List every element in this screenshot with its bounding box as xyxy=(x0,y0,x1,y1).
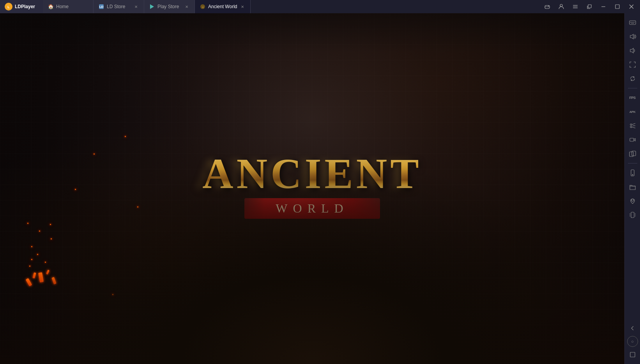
tab-ld-store-close[interactable]: ✕ xyxy=(133,4,139,10)
svg-point-12 xyxy=(560,4,562,7)
svg-rect-13 xyxy=(573,5,578,5)
volume-up-button[interactable] xyxy=(626,30,639,43)
record-button[interactable] xyxy=(626,134,639,146)
tab-play-store-label: Play Store xyxy=(157,4,181,9)
phone-button[interactable] xyxy=(626,167,639,179)
svg-marker-27 xyxy=(630,34,633,39)
world-banner: WORLD xyxy=(244,198,380,218)
tab-home-label: Home xyxy=(56,4,88,9)
minimize-button[interactable] xyxy=(598,1,609,12)
play-store-tab-icon xyxy=(149,4,155,10)
sidebar-divider-1 xyxy=(628,88,637,88)
right-sidebar: FPS APK xyxy=(624,13,640,364)
svg-rect-15 xyxy=(573,8,578,8)
menu-button[interactable] xyxy=(570,1,581,12)
tab-ancient-world-close[interactable]: ✕ xyxy=(239,4,246,10)
svg-point-8 xyxy=(548,6,548,7)
svg-text:L: L xyxy=(7,5,10,9)
tab-ancient-world-label: Ancient World xyxy=(208,4,237,9)
tab-ld-store-label: LD Store xyxy=(107,4,131,9)
svg-text:⚔: ⚔ xyxy=(202,5,204,9)
svg-text:LD: LD xyxy=(99,5,104,9)
game-title-line1: ANCIENT xyxy=(195,152,429,195)
stone-texture xyxy=(0,13,624,364)
svg-rect-14 xyxy=(573,6,578,7)
square-button[interactable] xyxy=(626,348,639,361)
svg-rect-17 xyxy=(601,7,605,7)
scissors-button[interactable] xyxy=(626,120,639,132)
game-background: ANCIENT WORLD xyxy=(0,13,624,364)
game-title-line2: WORLD xyxy=(276,201,348,215)
main-area: ANCIENT WORLD xyxy=(0,13,640,364)
svg-rect-18 xyxy=(615,5,619,9)
shake-button[interactable] xyxy=(626,209,639,221)
svg-point-29 xyxy=(630,124,632,125)
svg-line-31 xyxy=(632,123,635,125)
ember-cluster-left xyxy=(23,208,70,286)
sidebar-divider-2 xyxy=(628,163,637,164)
tab-play-store-close[interactable]: ✕ xyxy=(184,4,190,10)
tab-ancient-world[interactable]: ⚔ Ancient World ✕ xyxy=(195,0,251,13)
svg-marker-28 xyxy=(630,48,633,53)
restore-button[interactable] xyxy=(584,1,595,12)
maximize-button[interactable] xyxy=(612,1,623,12)
ld-store-tab-icon: LD xyxy=(98,4,104,10)
home-tab-icon: 🏠 xyxy=(48,4,54,10)
fog-bottom xyxy=(0,286,624,364)
gamepad-button[interactable] xyxy=(542,1,553,12)
app-name: LDPlayer xyxy=(15,4,35,9)
svg-rect-34 xyxy=(630,138,634,141)
fps-button[interactable]: FPS xyxy=(626,91,639,104)
tabs-container: 🏠 Home LD LD Store ✕ Play Store ✕ xyxy=(43,0,539,13)
svg-rect-16 xyxy=(588,5,591,8)
keyboard-button[interactable] xyxy=(626,16,639,29)
ld-logo-icon: L xyxy=(5,3,12,11)
svg-rect-21 xyxy=(629,21,636,25)
svg-point-38 xyxy=(632,174,633,175)
svg-rect-41 xyxy=(631,212,634,218)
game-logo: ANCIENT WORLD xyxy=(195,152,429,218)
svg-point-30 xyxy=(630,126,632,128)
app-logo[interactable]: L LDPlayer xyxy=(0,0,43,13)
tab-ld-store[interactable]: LD LD Store ✕ xyxy=(94,0,144,13)
close-button[interactable] xyxy=(626,1,637,12)
folder-button[interactable] xyxy=(626,181,639,193)
svg-rect-48 xyxy=(630,352,635,357)
multi-instance-button[interactable] xyxy=(626,148,639,160)
title-bar: L LDPlayer 🏠 Home LD LD Store ✕ xyxy=(0,0,640,13)
account-button[interactable] xyxy=(556,1,567,12)
svg-marker-4 xyxy=(150,4,154,9)
tab-home[interactable]: 🏠 Home xyxy=(43,0,94,13)
game-viewport[interactable]: ANCIENT WORLD xyxy=(0,13,624,364)
svg-point-9 xyxy=(548,5,549,6)
tab-play-store[interactable]: Play Store ✕ xyxy=(144,0,195,13)
location-button[interactable] xyxy=(626,195,639,207)
collapse-sidebar-button[interactable] xyxy=(626,322,639,334)
window-controls xyxy=(539,0,640,13)
volume-down-button[interactable] xyxy=(626,44,639,57)
ancient-world-tab-icon: ⚔ xyxy=(200,4,206,10)
fullscreen-button[interactable] xyxy=(626,58,639,71)
circle-button[interactable]: ○ xyxy=(627,336,638,347)
rotate-button[interactable] xyxy=(626,72,639,85)
svg-line-32 xyxy=(632,127,635,128)
apk-button[interactable]: APK xyxy=(626,106,639,118)
